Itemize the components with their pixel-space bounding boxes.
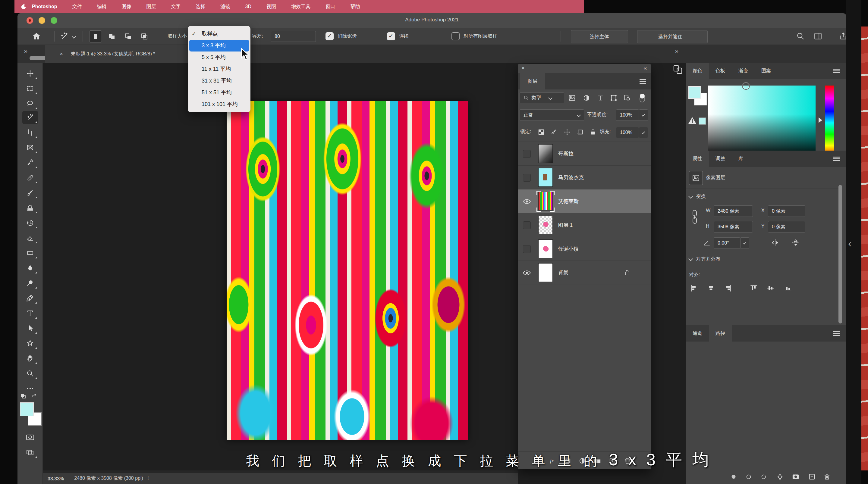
dock-scrollbar[interactable] xyxy=(838,185,842,323)
document-canvas[interactable] xyxy=(227,101,468,440)
workspace-panel-icon[interactable] xyxy=(814,32,822,40)
hand-tool[interactable] xyxy=(22,352,38,365)
gamut-color-swatch[interactable] xyxy=(699,118,706,125)
sample-all-layers-checkbox[interactable] xyxy=(452,32,460,40)
hide-dock-chevron[interactable]: ‹ xyxy=(848,237,852,250)
tab-patterns[interactable]: 图案 xyxy=(755,63,778,79)
menu-3d[interactable]: 3D xyxy=(245,4,251,9)
fill-dropdown-button[interactable] xyxy=(639,127,648,138)
layer-name[interactable]: 怪诞小镇 xyxy=(558,246,579,252)
color-saturation-field[interactable] xyxy=(708,86,815,157)
x-input[interactable]: 0 像素 xyxy=(768,205,805,217)
layer-thumbnail[interactable] xyxy=(538,263,553,282)
menu-view[interactable]: 视图 xyxy=(267,4,276,10)
contiguous-checkbox[interactable] xyxy=(387,32,395,40)
tab-paths[interactable]: 路径 xyxy=(709,325,732,342)
opacity-input[interactable]: 100% xyxy=(616,109,639,121)
y-input[interactable]: 0 像素 xyxy=(768,221,805,232)
layer-name[interactable]: 哥斯拉 xyxy=(558,150,574,157)
menu-image[interactable]: 图像 xyxy=(122,4,131,10)
add-mask-icon[interactable] xyxy=(792,473,799,480)
color-picker-marker[interactable] xyxy=(742,82,750,90)
intersect-selection-mode-button[interactable] xyxy=(138,30,151,42)
tab-color[interactable]: 颜色 xyxy=(686,63,709,79)
menu-file[interactable]: 文件 xyxy=(72,4,82,10)
hue-slider-arrow[interactable] xyxy=(818,118,822,123)
menu-photoshop[interactable]: Photoshop xyxy=(32,4,57,9)
layer-row[interactable]: 图层 1 xyxy=(518,213,651,237)
stroke-path-icon[interactable] xyxy=(745,473,752,480)
menu-item-51x51-average[interactable]: 51 x 51 平均 xyxy=(188,87,250,98)
layer-row[interactable]: 背景 xyxy=(518,260,651,285)
align-horizontal-centers-icon[interactable] xyxy=(707,284,715,292)
menu-edit[interactable]: 编辑 xyxy=(97,4,107,10)
filter-adjustment-layers-icon[interactable] xyxy=(583,94,590,101)
menu-select[interactable]: 选择 xyxy=(196,4,206,10)
layer-name[interactable]: 图层 1 xyxy=(558,222,572,229)
tool-preset-chevron[interactable] xyxy=(72,34,76,38)
magic-wand-tool[interactable] xyxy=(22,111,38,124)
menu-item-101x101-average[interactable]: 101 x 101 平均 xyxy=(188,98,250,110)
layer-name[interactable]: 背景 xyxy=(558,269,568,276)
align-vertical-centers-icon[interactable] xyxy=(767,284,775,292)
menu-type[interactable]: 文字 xyxy=(171,4,181,10)
tab-libraries[interactable]: 库 xyxy=(732,151,750,167)
align-right-edges-icon[interactable] xyxy=(724,284,732,292)
filter-smart-objects-icon[interactable] xyxy=(623,94,630,101)
blend-mode-select[interactable]: 正常 xyxy=(520,109,584,121)
delete-path-icon[interactable] xyxy=(824,473,831,480)
panel-menu-icon[interactable] xyxy=(833,157,840,158)
quick-mask-mode-button[interactable] xyxy=(22,431,38,444)
menu-item-point-sample[interactable]: ✓取样点 xyxy=(188,28,250,40)
visibility-toggle[interactable] xyxy=(518,189,536,213)
close-panel-icon[interactable]: × xyxy=(521,65,525,71)
filter-type-layers-icon[interactable] xyxy=(597,94,604,101)
subtract-from-selection-mode-button[interactable] xyxy=(122,30,134,42)
align-bottom-edges-icon[interactable] xyxy=(784,284,792,292)
apple-menu-icon[interactable] xyxy=(21,3,27,10)
magic-wand-tool-icon[interactable] xyxy=(60,32,69,41)
opacity-dropdown-button[interactable] xyxy=(639,109,648,121)
layer-filter-toggle[interactable] xyxy=(638,93,646,103)
eraser-tool[interactable] xyxy=(22,231,38,245)
dock-collapse-chevron[interactable]: » xyxy=(675,47,678,55)
status-more-chevron[interactable]: 〉 xyxy=(147,475,152,482)
layer-thumbnail[interactable] xyxy=(538,216,553,234)
path-selection-tool[interactable] xyxy=(22,322,38,335)
default-colors-icon[interactable] xyxy=(21,393,27,399)
layer-thumbnail[interactable] xyxy=(538,239,553,258)
select-subject-button[interactable]: 选择主体 xyxy=(571,30,628,43)
angle-dropdown-button[interactable] xyxy=(740,237,749,249)
flip-horizontal-icon[interactable] xyxy=(771,238,779,247)
dodge-tool[interactable] xyxy=(22,277,38,290)
new-path-icon[interactable] xyxy=(808,473,815,480)
blur-tool[interactable] xyxy=(22,261,38,275)
visibility-toggle[interactable] xyxy=(518,261,536,285)
height-input[interactable]: 3508 像素 xyxy=(714,221,753,232)
width-input[interactable]: 2480 像素 xyxy=(714,205,753,217)
gamut-warning-icon[interactable] xyxy=(688,116,697,125)
layer-row[interactable]: 怪诞小镇 xyxy=(518,237,651,261)
align-top-edges-icon[interactable] xyxy=(750,284,758,292)
swap-colors-icon[interactable] xyxy=(31,393,37,399)
eyedropper-tool[interactable] xyxy=(22,156,38,169)
lock-transparent-pixels-icon[interactable] xyxy=(538,129,545,135)
foreground-color-swatch[interactable] xyxy=(20,402,34,416)
screen-mode-button[interactable] xyxy=(22,446,38,459)
filter-shape-layers-icon[interactable] xyxy=(610,94,617,101)
lasso-tool[interactable] xyxy=(22,97,38,110)
home-icon[interactable] xyxy=(32,32,41,40)
align-section-chevron[interactable] xyxy=(688,257,693,261)
collapse-panel-icon[interactable]: « xyxy=(644,65,647,71)
hue-slider[interactable] xyxy=(825,86,834,157)
anti-alias-checkbox[interactable] xyxy=(326,32,334,40)
collapsed-panel-icon[interactable] xyxy=(673,64,683,75)
clone-stamp-tool[interactable] xyxy=(22,201,38,215)
pen-tool[interactable] xyxy=(22,292,38,305)
visibility-toggle[interactable] xyxy=(518,213,536,237)
filter-pixel-layers-icon[interactable] xyxy=(568,94,576,101)
visibility-toggle[interactable] xyxy=(518,166,536,189)
tab-gradients[interactable]: 渐变 xyxy=(732,63,755,79)
zoom-tool[interactable] xyxy=(22,367,38,380)
panel-menu-icon[interactable] xyxy=(640,79,646,80)
